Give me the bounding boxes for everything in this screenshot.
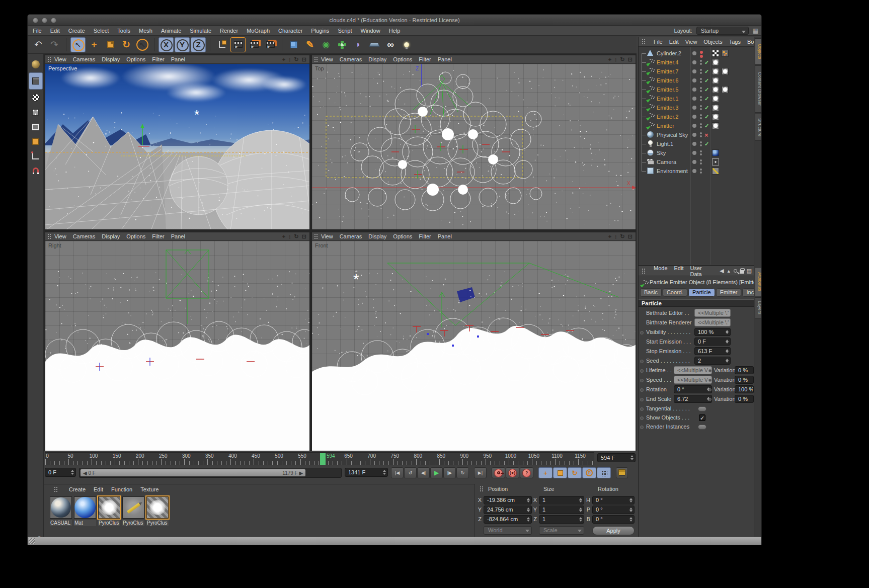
render-view-button[interactable] — [230, 37, 246, 52]
columns-icon[interactable]: ▤ — [747, 268, 752, 274]
layout-dropdown[interactable]: Startup — [696, 27, 749, 35]
title-bar[interactable]: clouds.c4d * (Education Version - Restri… — [28, 15, 761, 26]
key-position-button[interactable]: + — [538, 467, 552, 478]
om-menu-file[interactable]: File — [654, 39, 663, 45]
viewport-menu-cameras[interactable]: Cameras — [340, 233, 362, 239]
add-deformer-button[interactable]: ◗ — [351, 37, 366, 52]
enabled-check-icon[interactable]: ✓ — [704, 141, 709, 147]
visibility-toggle-icons[interactable] — [700, 87, 702, 92]
animation-dot-icon[interactable] — [640, 426, 644, 429]
menu-simulate[interactable]: Simulate — [190, 28, 211, 34]
visibility-toggle-icons[interactable] — [700, 60, 702, 65]
axis-x-button[interactable]: X — [159, 37, 174, 52]
toggle-off[interactable] — [698, 406, 706, 411]
checker-tag[interactable] — [712, 50, 719, 57]
pencil-tag[interactable] — [712, 167, 719, 175]
cloud-tag[interactable] — [712, 104, 719, 111]
animation-dot-icon[interactable] — [708, 398, 712, 401]
axis-z-button[interactable]: Z — [191, 37, 206, 52]
coordinate-space-dropdown[interactable]: World — [484, 526, 532, 535]
object-row[interactable]: Sky — [639, 148, 754, 157]
material-item[interactable]: CASUAL — [50, 496, 73, 526]
drag-handle-icon[interactable] — [642, 268, 646, 274]
rotate-view-icon[interactable]: ↻ — [620, 233, 625, 240]
material-thumb-pencil[interactable] — [122, 496, 144, 519]
live-selection-button[interactable]: ↖ — [70, 37, 86, 52]
tab-emitter[interactable]: Emitter — [716, 288, 742, 297]
viewport-menu-display[interactable]: Display — [102, 56, 120, 62]
toggle-view-icon[interactable]: ⊡ — [628, 56, 633, 63]
om-menu-edit[interactable]: Edit — [669, 39, 679, 45]
add-stereo-camera-button[interactable]: ∞ — [383, 37, 398, 52]
variation-field[interactable]: 0 % — [735, 366, 754, 374]
axis-y-button[interactable]: Y — [175, 37, 190, 52]
navigation-button[interactable] — [29, 58, 42, 71]
lock-icon[interactable] — [740, 270, 744, 274]
edges-mode-button[interactable] — [29, 120, 42, 133]
pan-view-icon[interactable]: + — [282, 56, 285, 63]
axis-mode-button[interactable] — [29, 149, 42, 162]
cloud-tag[interactable] — [712, 59, 719, 66]
toggle-off[interactable] — [698, 425, 706, 430]
viewport-menu-panel[interactable]: Panel — [438, 56, 452, 62]
object-row[interactable]: Emitter.3✓ — [639, 103, 754, 112]
attribute-field[interactable]: <<Multiple V — [674, 376, 712, 384]
add-floor-button[interactable] — [367, 37, 382, 52]
zoom-view-icon[interactable]: ↕ — [288, 233, 291, 240]
drag-handle-icon[interactable] — [47, 233, 52, 239]
cloud-tag[interactable] — [722, 68, 729, 75]
attribute-field[interactable]: 6.72 — [674, 395, 712, 403]
rot-h-field[interactable]: 0 ° — [592, 496, 635, 505]
animation-dot-icon[interactable] — [708, 369, 712, 372]
side-tab-structure[interactable]: Structure — [755, 114, 762, 141]
scale-button[interactable] — [103, 37, 118, 52]
layer-dot-icon[interactable] — [692, 115, 696, 119]
cloud-tag[interactable] — [722, 86, 729, 93]
rotate-view-icon[interactable]: ↻ — [294, 56, 299, 63]
pan-view-icon[interactable]: + — [608, 233, 611, 240]
object-row[interactable]: Environment — [639, 166, 754, 176]
checkbox-checked[interactable]: ✓ — [699, 414, 705, 421]
cloud-tag[interactable] — [712, 95, 719, 102]
object-row[interactable]: Emitter.2✓ — [639, 112, 754, 121]
variation-field[interactable]: 100 % — [735, 385, 754, 393]
size-z-field[interactable]: 1 — [539, 515, 584, 524]
drag-handle-icon[interactable] — [642, 39, 646, 45]
drag-handle-icon[interactable] — [314, 233, 319, 239]
polygons-mode-button[interactable] — [29, 135, 42, 148]
viewport-perspective[interactable]: ViewCamerasDisplayOptionsFilterPanel +↕↻… — [45, 55, 310, 230]
previous-frame-button[interactable]: ◀| — [417, 467, 430, 478]
enabled-check-icon[interactable]: ✓ — [704, 114, 709, 120]
viewport-menu-display[interactable]: Display — [368, 233, 386, 239]
open-timeline-button[interactable] — [616, 467, 628, 478]
record-keyframe-button[interactable] — [492, 467, 505, 478]
layer-dot-icon[interactable] — [692, 151, 696, 155]
viewport-menu-options[interactable]: Options — [393, 233, 412, 239]
attribute-field[interactable]: 0 ° — [674, 385, 712, 393]
om-menu-objects[interactable]: Objects — [703, 39, 722, 45]
layout-grid-icon[interactable]: ▦ — [753, 27, 758, 34]
enabled-check-icon[interactable]: ✓ — [704, 123, 709, 129]
viewport-menu-display[interactable]: Display — [368, 56, 386, 62]
animation-dot-icon[interactable] — [640, 398, 644, 401]
enabled-check-icon[interactable]: ✓ — [704, 87, 709, 93]
side-tab-attributes[interactable]: Attributes — [755, 267, 762, 296]
viewport-menu-cameras[interactable]: Cameras — [73, 56, 96, 62]
size-mode-dropdown[interactable]: Scale — [539, 526, 584, 535]
visibility-toggle-icons[interactable] — [700, 114, 702, 119]
viewport-menu-cameras[interactable]: Cameras — [340, 56, 362, 62]
pan-view-icon[interactable]: + — [282, 233, 285, 240]
viewport-canvas-top[interactable]: Z X — [312, 64, 636, 229]
viewport-menu-options[interactable]: Options — [126, 233, 145, 239]
material-menu-texture[interactable]: Texture — [140, 486, 159, 492]
menu-plugins[interactable]: Plugins — [311, 28, 329, 34]
menu-mesh[interactable]: Mesh — [139, 28, 152, 34]
visibility-toggle-icons[interactable] — [700, 69, 702, 74]
render-picture-viewer-button[interactable] — [247, 37, 262, 52]
menu-select[interactable]: Select — [94, 28, 109, 34]
enabled-check-icon[interactable]: ✓ — [704, 59, 709, 66]
layer-dot-icon[interactable] — [692, 88, 696, 92]
animation-dot-icon[interactable] — [640, 331, 644, 334]
play-forwards-button[interactable]: ▶ — [430, 467, 443, 478]
pan-view-icon[interactable]: + — [608, 56, 611, 63]
